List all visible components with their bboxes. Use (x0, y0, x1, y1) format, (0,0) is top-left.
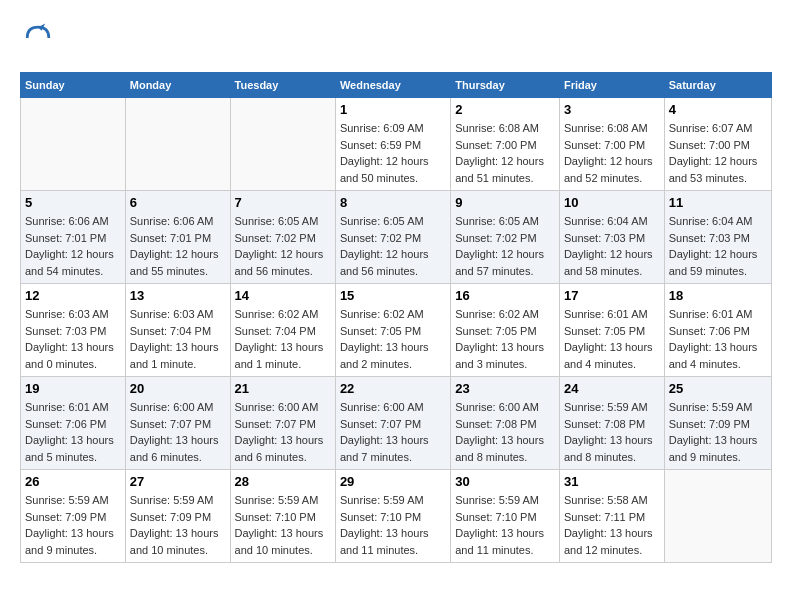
day-cell: 10Sunrise: 6:04 AMSunset: 7:03 PMDayligh… (559, 191, 664, 284)
week-row-5: 26Sunrise: 5:59 AMSunset: 7:09 PMDayligh… (21, 470, 772, 563)
day-cell: 7Sunrise: 6:05 AMSunset: 7:02 PMDaylight… (230, 191, 335, 284)
day-number: 9 (455, 195, 555, 210)
day-number: 21 (235, 381, 331, 396)
day-info: Sunrise: 6:02 AMSunset: 7:05 PMDaylight:… (455, 306, 555, 372)
logo-icon (20, 20, 56, 56)
day-info: Sunrise: 6:00 AMSunset: 7:07 PMDaylight:… (235, 399, 331, 465)
day-info: Sunrise: 6:00 AMSunset: 7:08 PMDaylight:… (455, 399, 555, 465)
week-row-2: 5Sunrise: 6:06 AMSunset: 7:01 PMDaylight… (21, 191, 772, 284)
day-cell: 26Sunrise: 5:59 AMSunset: 7:09 PMDayligh… (21, 470, 126, 563)
header-cell-saturday: Saturday (664, 73, 771, 98)
day-info: Sunrise: 6:03 AMSunset: 7:04 PMDaylight:… (130, 306, 226, 372)
day-number: 8 (340, 195, 446, 210)
day-cell: 13Sunrise: 6:03 AMSunset: 7:04 PMDayligh… (125, 284, 230, 377)
day-info: Sunrise: 6:00 AMSunset: 7:07 PMDaylight:… (340, 399, 446, 465)
day-number: 10 (564, 195, 660, 210)
day-cell: 9Sunrise: 6:05 AMSunset: 7:02 PMDaylight… (451, 191, 560, 284)
day-number: 24 (564, 381, 660, 396)
day-number: 30 (455, 474, 555, 489)
day-info: Sunrise: 6:04 AMSunset: 7:03 PMDaylight:… (564, 213, 660, 279)
day-cell: 20Sunrise: 6:00 AMSunset: 7:07 PMDayligh… (125, 377, 230, 470)
header-cell-wednesday: Wednesday (335, 73, 450, 98)
day-number: 31 (564, 474, 660, 489)
day-info: Sunrise: 6:04 AMSunset: 7:03 PMDaylight:… (669, 213, 767, 279)
day-number: 26 (25, 474, 121, 489)
day-info: Sunrise: 6:05 AMSunset: 7:02 PMDaylight:… (340, 213, 446, 279)
day-number: 13 (130, 288, 226, 303)
day-info: Sunrise: 6:00 AMSunset: 7:07 PMDaylight:… (130, 399, 226, 465)
day-number: 17 (564, 288, 660, 303)
header-cell-tuesday: Tuesday (230, 73, 335, 98)
day-info: Sunrise: 6:02 AMSunset: 7:05 PMDaylight:… (340, 306, 446, 372)
day-number: 19 (25, 381, 121, 396)
day-number: 27 (130, 474, 226, 489)
day-cell: 14Sunrise: 6:02 AMSunset: 7:04 PMDayligh… (230, 284, 335, 377)
day-cell: 25Sunrise: 5:59 AMSunset: 7:09 PMDayligh… (664, 377, 771, 470)
day-cell: 31Sunrise: 5:58 AMSunset: 7:11 PMDayligh… (559, 470, 664, 563)
svg-rect-0 (20, 20, 56, 56)
day-number: 29 (340, 474, 446, 489)
day-info: Sunrise: 6:03 AMSunset: 7:03 PMDaylight:… (25, 306, 121, 372)
page-header (20, 20, 772, 56)
week-row-4: 19Sunrise: 6:01 AMSunset: 7:06 PMDayligh… (21, 377, 772, 470)
logo (20, 20, 60, 56)
day-number: 7 (235, 195, 331, 210)
day-cell: 19Sunrise: 6:01 AMSunset: 7:06 PMDayligh… (21, 377, 126, 470)
day-cell: 3Sunrise: 6:08 AMSunset: 7:00 PMDaylight… (559, 98, 664, 191)
day-cell (664, 470, 771, 563)
day-info: Sunrise: 5:59 AMSunset: 7:10 PMDaylight:… (235, 492, 331, 558)
day-number: 25 (669, 381, 767, 396)
day-info: Sunrise: 6:07 AMSunset: 7:00 PMDaylight:… (669, 120, 767, 186)
day-info: Sunrise: 6:08 AMSunset: 7:00 PMDaylight:… (564, 120, 660, 186)
day-cell: 15Sunrise: 6:02 AMSunset: 7:05 PMDayligh… (335, 284, 450, 377)
day-cell: 11Sunrise: 6:04 AMSunset: 7:03 PMDayligh… (664, 191, 771, 284)
day-info: Sunrise: 5:58 AMSunset: 7:11 PMDaylight:… (564, 492, 660, 558)
header-cell-thursday: Thursday (451, 73, 560, 98)
day-number: 12 (25, 288, 121, 303)
day-cell: 12Sunrise: 6:03 AMSunset: 7:03 PMDayligh… (21, 284, 126, 377)
day-number: 22 (340, 381, 446, 396)
day-number: 23 (455, 381, 555, 396)
day-cell: 16Sunrise: 6:02 AMSunset: 7:05 PMDayligh… (451, 284, 560, 377)
day-cell: 18Sunrise: 6:01 AMSunset: 7:06 PMDayligh… (664, 284, 771, 377)
day-cell (21, 98, 126, 191)
day-cell: 28Sunrise: 5:59 AMSunset: 7:10 PMDayligh… (230, 470, 335, 563)
day-info: Sunrise: 6:08 AMSunset: 7:00 PMDaylight:… (455, 120, 555, 186)
day-info: Sunrise: 5:59 AMSunset: 7:08 PMDaylight:… (564, 399, 660, 465)
day-number: 11 (669, 195, 767, 210)
day-info: Sunrise: 5:59 AMSunset: 7:09 PMDaylight:… (25, 492, 121, 558)
day-info: Sunrise: 6:01 AMSunset: 7:05 PMDaylight:… (564, 306, 660, 372)
day-number: 1 (340, 102, 446, 117)
day-cell: 22Sunrise: 6:00 AMSunset: 7:07 PMDayligh… (335, 377, 450, 470)
day-cell: 5Sunrise: 6:06 AMSunset: 7:01 PMDaylight… (21, 191, 126, 284)
day-cell: 24Sunrise: 5:59 AMSunset: 7:08 PMDayligh… (559, 377, 664, 470)
day-cell: 17Sunrise: 6:01 AMSunset: 7:05 PMDayligh… (559, 284, 664, 377)
week-row-1: 1Sunrise: 6:09 AMSunset: 6:59 PMDaylight… (21, 98, 772, 191)
day-cell: 8Sunrise: 6:05 AMSunset: 7:02 PMDaylight… (335, 191, 450, 284)
day-cell: 1Sunrise: 6:09 AMSunset: 6:59 PMDaylight… (335, 98, 450, 191)
day-cell (125, 98, 230, 191)
header-cell-sunday: Sunday (21, 73, 126, 98)
header-cell-monday: Monday (125, 73, 230, 98)
day-cell: 4Sunrise: 6:07 AMSunset: 7:00 PMDaylight… (664, 98, 771, 191)
day-number: 5 (25, 195, 121, 210)
day-cell: 30Sunrise: 5:59 AMSunset: 7:10 PMDayligh… (451, 470, 560, 563)
day-number: 6 (130, 195, 226, 210)
day-number: 4 (669, 102, 767, 117)
day-number: 18 (669, 288, 767, 303)
day-cell: 27Sunrise: 5:59 AMSunset: 7:09 PMDayligh… (125, 470, 230, 563)
header-cell-friday: Friday (559, 73, 664, 98)
day-number: 2 (455, 102, 555, 117)
day-info: Sunrise: 5:59 AMSunset: 7:09 PMDaylight:… (669, 399, 767, 465)
day-info: Sunrise: 6:06 AMSunset: 7:01 PMDaylight:… (130, 213, 226, 279)
day-number: 3 (564, 102, 660, 117)
day-number: 20 (130, 381, 226, 396)
day-cell: 21Sunrise: 6:00 AMSunset: 7:07 PMDayligh… (230, 377, 335, 470)
day-cell: 29Sunrise: 5:59 AMSunset: 7:10 PMDayligh… (335, 470, 450, 563)
header-row: SundayMondayTuesdayWednesdayThursdayFrid… (21, 73, 772, 98)
day-info: Sunrise: 6:05 AMSunset: 7:02 PMDaylight:… (455, 213, 555, 279)
day-info: Sunrise: 6:09 AMSunset: 6:59 PMDaylight:… (340, 120, 446, 186)
day-number: 28 (235, 474, 331, 489)
day-cell: 23Sunrise: 6:00 AMSunset: 7:08 PMDayligh… (451, 377, 560, 470)
day-info: Sunrise: 5:59 AMSunset: 7:09 PMDaylight:… (130, 492, 226, 558)
